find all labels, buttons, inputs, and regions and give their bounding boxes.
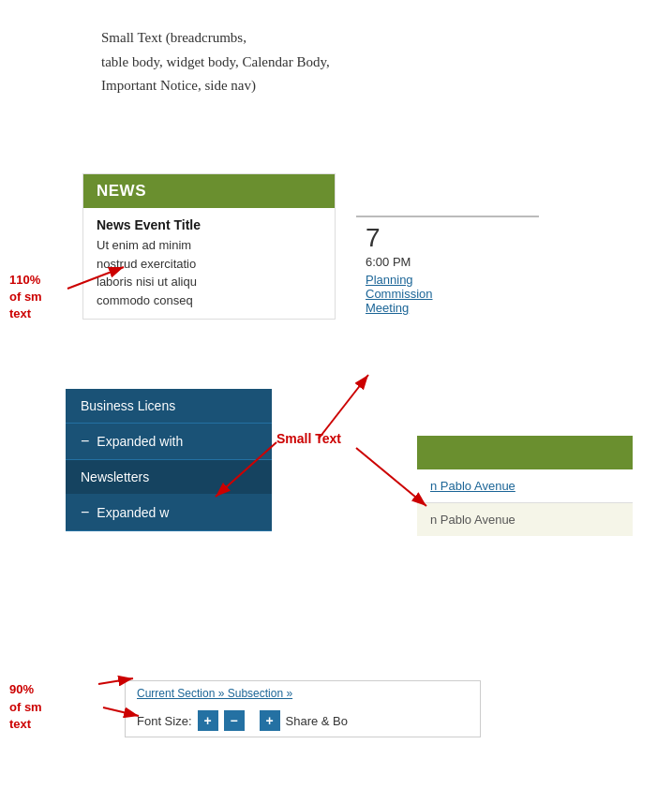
breadcrumb-bar: Current Section » Subsection » bbox=[125, 680, 481, 707]
nav-item-business[interactable]: Business Licens bbox=[66, 389, 272, 424]
font-bar: Font Size: + − + Share & Bo bbox=[125, 705, 481, 737]
nav-item-expanded-2[interactable]: − Expanded w bbox=[66, 495, 272, 531]
font-increase-button[interactable]: + bbox=[198, 710, 218, 731]
share-text: Share & Bo bbox=[286, 714, 349, 728]
top-text-line1: Small Text (breadcrumbs, bbox=[101, 26, 330, 51]
top-text-block: Small Text (breadcrumbs, table body, wid… bbox=[101, 26, 330, 98]
nav-widget: Business Licens − Expanded with Newslett… bbox=[66, 389, 272, 531]
news-widget: NEWS News Event Title Ut enim ad minim n… bbox=[82, 173, 336, 320]
calendar-widget: 7 6:00 PM Planning Commission Meeting bbox=[356, 216, 539, 322]
share-add-button[interactable]: + bbox=[260, 710, 280, 731]
green-item-1[interactable]: n Pablo Avenue bbox=[417, 469, 633, 503]
news-text: Ut enim ad minim nostrud exercitatio lab… bbox=[97, 236, 321, 309]
news-header: NEWS bbox=[83, 174, 335, 208]
calendar-date: 7 bbox=[356, 217, 539, 255]
nav-item-expanded-1[interactable]: − Expanded with bbox=[66, 424, 272, 460]
font-size-label: Font Size: bbox=[137, 714, 192, 728]
news-body: News Event Title Ut enim ad minim nostru… bbox=[83, 208, 335, 319]
nav-expanded-label-2: Expanded w bbox=[97, 505, 169, 520]
minus-icon-1: − bbox=[81, 433, 89, 450]
nav-item-newsletters[interactable]: Newsletters bbox=[66, 460, 272, 495]
breadcrumb-link[interactable]: Current Section » Subsection » bbox=[137, 687, 292, 700]
svg-line-8 bbox=[356, 448, 426, 506]
label-110-percent: 110%of smtext bbox=[9, 272, 42, 323]
top-text-line2: table body, widget body, Calendar Body, bbox=[101, 51, 330, 75]
label-small-text: Small Text bbox=[276, 431, 341, 446]
green-item-2: n Pablo Avenue bbox=[417, 503, 633, 536]
news-title: News Event Title bbox=[97, 217, 321, 232]
top-text-line3: Important Notice, side nav) bbox=[101, 74, 330, 98]
nav-expanded-label-1: Expanded with bbox=[97, 434, 183, 449]
minus-icon-2: − bbox=[81, 504, 89, 521]
green-widget-header bbox=[417, 436, 633, 469]
svg-line-6 bbox=[319, 375, 368, 439]
green-widget: n Pablo Avenue n Pablo Avenue bbox=[417, 436, 633, 536]
font-decrease-button[interactable]: − bbox=[224, 710, 245, 731]
calendar-event[interactable]: Planning Commission Meeting bbox=[356, 273, 539, 322]
label-90-percent: 90%of smtext bbox=[9, 681, 42, 733]
calendar-time: 6:00 PM bbox=[356, 255, 539, 273]
